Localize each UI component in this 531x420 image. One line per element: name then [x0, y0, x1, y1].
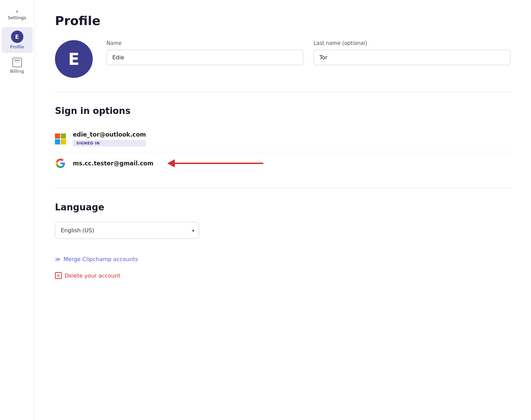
page-title: Profile [55, 14, 510, 28]
ms-icon-blue [55, 139, 60, 144]
sidebar-item-billing[interactable]: Billing [2, 54, 33, 77]
sign-in-title: Sign in options [55, 106, 510, 116]
arrow-head [167, 159, 175, 167]
last-name-input[interactable] [314, 50, 510, 65]
sign-in-option-microsoft: edie_tor@outlook.com SIGNED IN [55, 126, 510, 152]
merge-accounts-link[interactable]: ≫ Merge Clipchamp accounts [55, 256, 510, 262]
first-name-label: Name [106, 40, 303, 46]
billing-icon [12, 58, 22, 67]
profile-avatar-large: E [55, 40, 93, 78]
name-fields: Name Last name (optional) [106, 40, 510, 65]
links-section: ≫ Merge Clipchamp accounts ✕ Delete your… [55, 256, 510, 279]
sidebar-item-label-billing: Billing [10, 69, 24, 74]
last-name-label: Last name (optional) [314, 40, 510, 46]
signed-in-badge: SIGNED IN [73, 140, 146, 147]
name-section: E Name Last name (optional) [55, 40, 510, 92]
delete-icon: ✕ [55, 272, 62, 279]
google-icon [55, 158, 66, 169]
delete-account-link[interactable]: ✕ Delete your account [55, 272, 510, 279]
first-name-input[interactable] [106, 50, 303, 65]
language-select[interactable]: English (US) Spanish French German Japan… [55, 222, 199, 239]
merge-accounts-label: Merge Clipchamp accounts [64, 256, 138, 262]
sidebar: ‹ Settings E Profile Billing [0, 0, 34, 420]
language-select-wrapper: English (US) Spanish French German Japan… [55, 222, 199, 239]
sign-in-option-google: ms.cc.tester@gmail.com [55, 152, 510, 174]
last-name-group: Last name (optional) [314, 40, 510, 65]
sidebar-item-profile[interactable]: E Profile [2, 27, 33, 53]
delete-account-label: Delete your account [65, 272, 120, 279]
language-section: Language English (US) Spanish French Ger… [55, 202, 510, 239]
main-content: Profile E Name Last name (optional) Sign… [34, 0, 531, 420]
ms-icon-yellow [61, 139, 66, 144]
sign-in-section: Sign in options edie_tor@outlook.com SIG… [55, 106, 510, 188]
arrow-line [174, 163, 263, 164]
ms-icon-red [55, 133, 60, 139]
sidebar-item-label-profile: Profile [10, 44, 24, 49]
language-title: Language [55, 202, 510, 212]
ms-icon-green [61, 133, 66, 139]
microsoft-account-info: edie_tor@outlook.com SIGNED IN [73, 131, 146, 147]
red-arrow [167, 159, 263, 167]
microsoft-email: edie_tor@outlook.com [73, 131, 146, 138]
google-email: ms.cc.tester@gmail.com [73, 160, 154, 167]
avatar: E [11, 31, 23, 43]
first-name-group: Name [106, 40, 303, 65]
settings-back-button[interactable]: ‹ Settings [3, 5, 31, 23]
merge-arrows-icon: ≫ [55, 256, 61, 262]
settings-back-label: Settings [8, 15, 26, 20]
arrow-annotation [167, 159, 510, 167]
microsoft-icon [55, 133, 66, 144]
chevron-left-icon: ‹ [16, 8, 18, 14]
